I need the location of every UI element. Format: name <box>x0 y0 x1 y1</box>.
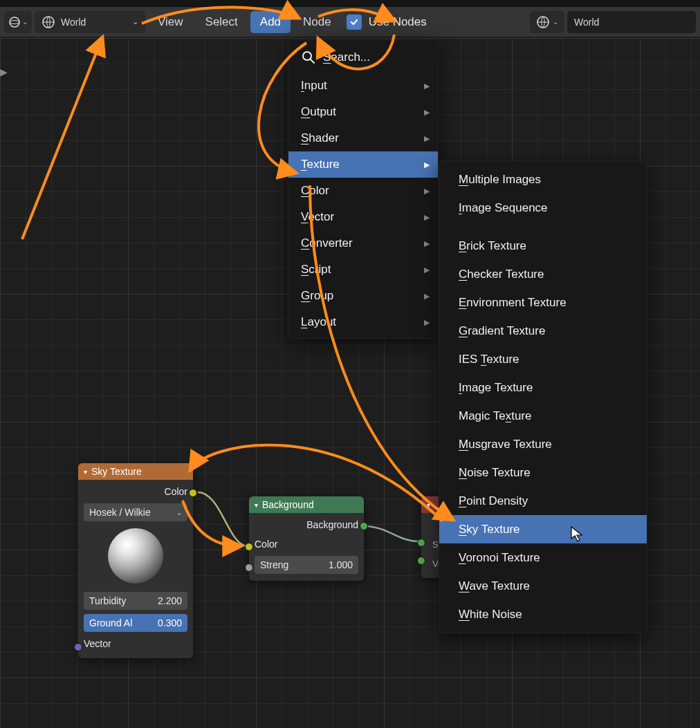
menu-item-label: Output <box>301 105 336 119</box>
node-sky-texture[interactable]: ▾ Sky Texture Color Hosek / Wilkie ⌄ Tur… <box>78 463 193 658</box>
submenu-arrow-icon: ▶ <box>424 213 430 222</box>
turbidity-field[interactable]: Turbidity 2.200 <box>84 592 187 610</box>
submenu-item-point-density[interactable]: Point Density <box>439 487 647 515</box>
menu-item-output[interactable]: Output▶ <box>288 99 438 125</box>
sun-direction-sphere[interactable] <box>108 528 163 584</box>
turbidity-label: Turbidity <box>89 595 126 606</box>
submenu-item-gradient-texture[interactable]: Gradient Texture <box>439 317 647 345</box>
submenu-item-musgrave-texture[interactable]: Musgrave Texture <box>439 430 647 458</box>
submenu-item-label: Image Sequence <box>459 201 548 215</box>
menu-view[interactable]: View <box>148 11 193 33</box>
menu-item-layout[interactable]: Layout▶ <box>288 309 438 335</box>
menu-item-label: Script <box>301 263 331 277</box>
search-icon <box>301 50 316 65</box>
chevron-down-icon: ⌄ <box>176 509 182 516</box>
menu-item-shader[interactable]: Shader▶ <box>288 125 438 151</box>
menu-item-label: Layout <box>301 315 336 329</box>
world-data-selector[interactable]: World ⌄ <box>35 11 145 33</box>
submenu-arrow-icon: ▶ <box>424 265 430 274</box>
editor-type-button[interactable]: ⌄ <box>4 11 32 33</box>
turbidity-value: 2.200 <box>158 595 182 606</box>
menu-item-converter[interactable]: Converter▶ <box>288 230 438 256</box>
submenu-arrow-icon: ▶ <box>424 239 430 248</box>
submenu-arrow-icon: ▶ <box>424 292 430 301</box>
texture-submenu: Multiple ImagesImage Sequence Brick Text… <box>439 160 647 633</box>
submenu-item-multiple-images[interactable]: Multiple Images <box>439 165 647 194</box>
socket-color-in[interactable] <box>245 543 253 551</box>
submenu-item-label: Voronoi Texture <box>459 551 540 565</box>
socket-background-out[interactable] <box>360 522 368 530</box>
menu-item-script[interactable]: Script▶ <box>288 256 438 283</box>
node-title-label: Sky Texture <box>91 466 142 477</box>
node-title[interactable]: ▾ Background <box>249 496 364 513</box>
menu-item-vector[interactable]: Vector▶ <box>288 204 438 230</box>
submenu-item-noise-texture[interactable]: Noise Texture <box>439 458 647 487</box>
menu-item-label: Group <box>301 289 333 303</box>
menu-select[interactable]: Select <box>196 11 248 33</box>
globe-icon <box>536 15 550 29</box>
menu-item-texture[interactable]: Texture▶ <box>288 151 438 178</box>
use-nodes-checkbox[interactable] <box>347 15 362 30</box>
world-picker-button[interactable]: ⌄ <box>530 11 564 33</box>
submenu-item-label: Brick Texture <box>459 239 526 253</box>
menu-item-label: Color <box>301 184 329 198</box>
chevron-down-icon: ⌄ <box>553 18 558 26</box>
submenu-item-label: Gradient Texture <box>459 324 545 338</box>
socket-strength-in[interactable] <box>245 563 253 572</box>
submenu-arrow-icon: ▶ <box>424 134 430 143</box>
submenu-item-ies-texture[interactable]: IES Texture <box>439 345 647 373</box>
submenu-arrow-icon: ▶ <box>424 82 430 91</box>
menu-item-label: Input <box>301 79 327 93</box>
collapse-icon[interactable]: ▾ <box>84 468 87 476</box>
submenu-item-voronoi-texture[interactable]: Voronoi Texture <box>439 543 647 572</box>
globe-icon <box>42 15 55 29</box>
strength-field[interactable]: Streng 1.000 <box>255 556 358 574</box>
panel-expand-icon[interactable]: ▶ <box>0 66 8 77</box>
submenu-item-image-texture[interactable]: Image Texture <box>439 373 647 402</box>
menu-item-label: Vector <box>301 210 334 224</box>
output-color-label: Color <box>165 486 187 497</box>
collapse-icon[interactable]: ▾ <box>427 501 430 509</box>
submenu-arrow-icon: ▶ <box>424 187 430 196</box>
use-nodes-label: Use Nodes <box>369 15 427 29</box>
submenu-item-label: Wave Texture <box>459 579 530 593</box>
node-background[interactable]: ▾ Background Background Color Streng 1.0… <box>249 496 364 581</box>
menu-add[interactable]: Add <box>250 11 291 33</box>
sphere-icon <box>8 16 21 28</box>
socket-volume-in[interactable] <box>417 557 425 565</box>
sky-model-select[interactable]: Hosek / Wilkie ⌄ <box>84 503 187 521</box>
sky-model-value: Hosek / Wilkie <box>89 507 151 518</box>
submenu-item-environment-texture[interactable]: Environment Texture <box>439 288 647 317</box>
submenu-item-magic-texture[interactable]: Magic Texture <box>439 402 647 430</box>
world-name-field[interactable]: World <box>567 11 696 33</box>
socket-vector-in[interactable] <box>74 643 82 651</box>
node-body: Background Color Streng 1.000 <box>249 513 364 581</box>
menu-search[interactable]: Search... <box>288 42 438 73</box>
menu-item-input[interactable]: Input▶ <box>288 73 438 99</box>
menu-node[interactable]: Node <box>293 11 341 33</box>
ground-albedo-value: 0.300 <box>158 617 182 628</box>
menu-item-label: Texture <box>301 158 340 171</box>
submenu-item-wave-texture[interactable]: Wave Texture <box>439 572 647 600</box>
menu-item-label: Shader <box>301 131 339 145</box>
submenu-item-label: IES Texture <box>459 353 519 366</box>
socket-color-out[interactable] <box>189 489 197 497</box>
submenu-item-brick-texture[interactable]: Brick Texture <box>439 232 647 260</box>
node-title[interactable]: ▾ Sky Texture <box>78 463 193 480</box>
submenu-item-label: Multiple Images <box>459 173 541 187</box>
submenu-item-white-noise[interactable]: White Noise <box>439 600 647 628</box>
menu-item-group[interactable]: Group▶ <box>288 283 438 309</box>
submenu-arrow-icon: ▶ <box>424 108 430 117</box>
world-selector-label: World <box>61 17 86 28</box>
socket-surface-in[interactable] <box>417 539 425 547</box>
strength-label: Streng <box>260 559 288 570</box>
submenu-item-label: White Noise <box>459 608 522 622</box>
collapse-icon[interactable]: ▾ <box>255 501 258 509</box>
submenu-item-image-sequence[interactable]: Image Sequence <box>439 194 647 222</box>
menu-item-color[interactable]: Color▶ <box>288 178 438 204</box>
submenu-item-label: Musgrave Texture <box>459 438 552 451</box>
submenu-item-sky-texture[interactable]: Sky Texture <box>439 515 647 543</box>
input-color-label: Color <box>255 539 277 550</box>
submenu-item-checker-texture[interactable]: Checker Texture <box>439 260 647 288</box>
ground-albedo-field[interactable]: Ground Al 0.300 <box>84 614 187 632</box>
